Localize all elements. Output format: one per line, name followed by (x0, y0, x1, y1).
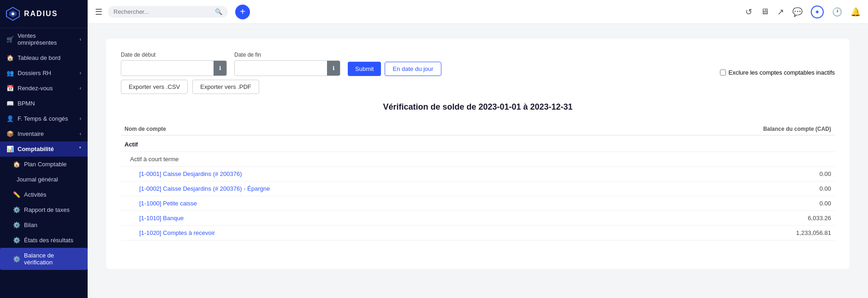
exclude-checkbox-group: Exclure les comptes comptables inactifs (720, 69, 835, 76)
sidebar-item-inventaire[interactable]: 📦 Inventaire ‹ (0, 126, 88, 141)
sidebar-item-activites[interactable]: ✏️ Activités (0, 187, 88, 202)
account-balance-1-0001: 0.00 (599, 167, 835, 181)
account-name-1-1020[interactable]: [1-1020] Comptes à recevoir (121, 226, 599, 240)
sidebar-item-tableau[interactable]: 🏠 Tableau de bord (0, 50, 88, 65)
table-row: [1-0001] Caisse Desjardins (# 200376) 0.… (121, 167, 835, 181)
table-row: [1-1010] Banque 6,033.26 (121, 211, 835, 226)
subsection-court-terme: Actif à court terme (121, 152, 835, 167)
section-actif-balance (599, 135, 835, 152)
sidebar-item-rendez-vous[interactable]: 📅 Rendez-vous ‹ (0, 81, 88, 96)
sidebar-label-tableau: Tableau de bord (18, 54, 60, 61)
gear2-icon: ⚙️ (13, 222, 20, 228)
sidebar-item-bilan[interactable]: ⚙️ Bilan (0, 217, 88, 233)
chevron-icon: ‹ (80, 37, 81, 42)
export-csv-button[interactable]: Exporter vers .CSV (121, 80, 188, 94)
date-fin-label: Date de fin (234, 52, 340, 58)
add-button[interactable]: + (235, 5, 250, 19)
sidebar-item-comptabilite[interactable]: 📊 Comptabilité ˅ (0, 141, 88, 157)
sidebar-item-etats-resultats[interactable]: ⚙️ États des résultats (0, 233, 88, 248)
menu-toggle-button[interactable]: ☰ (95, 7, 102, 17)
export-row: Exporter vers .CSV Exporter vers .PDF (121, 80, 835, 94)
book-icon: 📖 (6, 100, 14, 107)
account-balance-1-1000: 0.00 (599, 196, 835, 211)
sidebar-item-ventes[interactable]: 🛒 Ventes omniprésentes ‹ (0, 28, 88, 50)
report-table: Nom de compte Balance du compte (CAD) Ac… (121, 123, 835, 240)
sidebar-label-bpmn: BPMN (18, 100, 35, 107)
sidebar-item-balance-verification[interactable]: ⚙️ Balance de vérification (0, 248, 88, 270)
report-card: Date de début ℹ Date de fin ℹ (106, 39, 850, 269)
sidebar-label-inventaire: Inventaire (18, 130, 44, 137)
sidebar-label-plan-comptable: Plan Comptable (24, 161, 67, 168)
chevron-icon-dossiers: ‹ (80, 70, 81, 76)
sidebar-label-activites: Activités (24, 191, 46, 198)
col-account-header: Nom de compte (121, 123, 599, 135)
compass-icon[interactable]: ✦ (811, 6, 824, 18)
chevron-icon-rdv: ‹ (80, 86, 81, 91)
date-debut-input-wrap: ℹ (121, 60, 227, 76)
sidebar-label-journal-general: Journal général (17, 176, 58, 183)
account-name-1-1010[interactable]: [1-1010] Banque (121, 211, 599, 226)
logo: RADIUS (0, 0, 88, 28)
account-name-1-1000[interactable]: [1-1000] Petite caisse (121, 196, 599, 211)
date-fin-input-wrap: ℹ (234, 60, 340, 76)
topbar-actions: ↺ 🖥 ↗ 💬 ✦ 🕐 🔔 (745, 6, 861, 18)
sidebar-item-dossiers[interactable]: 👥 Dossiers RH ‹ (0, 65, 88, 81)
topbar: ☰ 🔍 + ↺ 🖥 ↗ 💬 ✦ 🕐 🔔 (88, 0, 868, 24)
sidebar-label-balance: Balance de vérification (24, 252, 81, 266)
bell-icon[interactable]: 🔔 (850, 7, 861, 17)
chevron-icon-inventaire: ‹ (80, 131, 81, 136)
box-icon: 📦 (6, 130, 14, 137)
account-balance-1-1020: 1,233,056.81 (599, 226, 835, 240)
section-actif-label: Actif (121, 135, 599, 152)
en-date-button[interactable]: En date du jour (385, 62, 441, 76)
sidebar-item-bpmn[interactable]: 📖 BPMN (0, 96, 88, 111)
account-name-1-0001[interactable]: [1-0001] Caisse Desjardins (# 200376) (121, 167, 599, 181)
sidebar-item-temps[interactable]: 👤 F. Temps & congés ‹ (0, 111, 88, 126)
gear-icon: ⚙️ (13, 206, 20, 213)
search-input[interactable] (113, 8, 212, 15)
table-row: [1-1000] Petite caisse 0.00 (121, 196, 835, 211)
table-row: [1-1020] Comptes à recevoir 1,233,056.81 (121, 226, 835, 240)
section-actif: Actif (121, 135, 835, 152)
monitor-icon[interactable]: 🖥 (761, 7, 769, 17)
form-controls: Date de début ℹ Date de fin ℹ (121, 52, 835, 76)
date-debut-input[interactable] (121, 62, 214, 75)
clock-icon[interactable]: 🕐 (832, 7, 842, 17)
gear4-icon: ⚙️ (13, 256, 20, 263)
submit-button[interactable]: Submit (348, 62, 381, 76)
history-icon[interactable]: ↺ (745, 7, 752, 17)
date-fin-input[interactable] (235, 62, 327, 75)
message-icon[interactable]: 💬 (792, 7, 803, 17)
home2-icon: 🏠 (13, 161, 20, 168)
subsection-label: Actif à court terme (121, 152, 599, 167)
subsection-balance (599, 152, 835, 167)
user-icon: 👤 (6, 115, 14, 122)
export-pdf-button[interactable]: Exporter vers .PDF (192, 80, 259, 94)
gear3-icon: ⚙️ (13, 237, 20, 244)
sidebar-label-bilan: Bilan (24, 222, 37, 228)
date-fin-info-button[interactable]: ℹ (327, 61, 340, 76)
chevron-icon-temps: ‹ (80, 116, 81, 121)
content-area: Date de début ℹ Date de fin ℹ (88, 24, 868, 298)
calendar-icon: 📅 (6, 85, 14, 92)
sidebar-item-journal-general[interactable]: Journal général (0, 172, 88, 187)
svg-point-2 (12, 12, 14, 15)
search-icon: 🔍 (215, 8, 222, 15)
date-debut-label: Date de début (121, 52, 227, 58)
exclude-checkbox[interactable] (720, 70, 726, 76)
exclude-label: Exclure les comptes comptables inactifs (729, 69, 835, 76)
sidebar-item-rapport-taxes[interactable]: ⚙️ Rapport de taxes (0, 202, 88, 217)
account-balance-1-0002: 0.00 (599, 181, 835, 196)
share-icon[interactable]: ↗ (777, 7, 784, 17)
col-balance-header: Balance du compte (CAD) (599, 123, 835, 135)
account-name-1-0002[interactable]: [1-0002] Caisse Desjardins (# 200376) - … (121, 181, 599, 196)
sidebar-item-plan-comptable[interactable]: 🏠 Plan Comptable (0, 157, 88, 172)
sidebar-label-etats-resultats: États des résultats (24, 237, 73, 244)
logo-icon (6, 6, 20, 21)
sidebar-label-comptabilite: Comptabilité (18, 146, 54, 152)
chart-icon: 📊 (6, 146, 14, 152)
date-debut-info-button[interactable]: ℹ (214, 61, 226, 76)
sidebar-label-rendez-vous: Rendez-vous (18, 85, 53, 92)
report-title: Vérification de solde de 2023-01-01 à 20… (121, 102, 835, 112)
search-container: 🔍 (108, 6, 228, 18)
